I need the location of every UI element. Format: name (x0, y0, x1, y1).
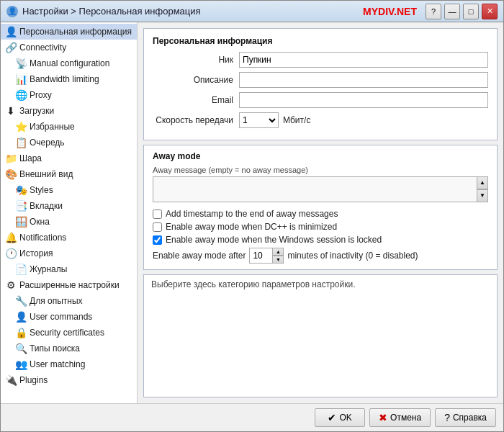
locked-checkbox[interactable] (153, 235, 162, 245)
away-scroll-down[interactable]: ▼ (477, 189, 488, 202)
speed-row: Скорость передачи 1248163264128 Мбит/с (153, 112, 488, 128)
sidebar-item-personal[interactable]: 👤Персональная информация (1, 24, 137, 40)
sidebar-item-styles[interactable]: 🎭Styles (1, 182, 137, 198)
hint-box: Выберите здесь категорию параметров наст… (143, 274, 498, 397)
sidebar-icon-windows: 🪟 (15, 216, 27, 228)
sidebar-icon-proxy: 🌐 (15, 89, 27, 101)
email-row: Email (153, 92, 488, 108)
timestamp-checkbox[interactable] (153, 210, 162, 219)
sidebar-item-search-types[interactable]: 🔍Типы поиска (1, 341, 137, 356)
sidebar-item-tabs[interactable]: 📑Вкладки (1, 198, 137, 214)
inactivity-spin-up[interactable]: ▲ (272, 248, 284, 256)
sidebar-icon-queue: 📋 (15, 137, 27, 148)
sidebar-icon-favorites: ⭐ (15, 121, 27, 132)
desc-input[interactable] (239, 72, 488, 88)
sidebar-icon-expert: 🔧 (15, 295, 27, 307)
minimize-checkbox[interactable] (153, 222, 162, 232)
sidebar-item-user-matching[interactable]: 👥User matching (1, 356, 137, 372)
inactivity-spin-controls: ▲ ▼ (272, 248, 284, 264)
sidebar-icon-logs: 📄 (15, 264, 27, 275)
sidebar-item-share[interactable]: 📁Шара (1, 150, 137, 166)
timestamp-label: Add timestamp to the end of away message… (166, 209, 338, 219)
sidebar-icon-connectivity: 🔗 (5, 42, 17, 53)
maximize-button[interactable]: □ (463, 4, 479, 19)
sidebar-icon-manual-config: 📡 (15, 58, 27, 69)
sidebar-item-connectivity[interactable]: 🔗Connectivity (1, 40, 137, 55)
away-message-input[interactable] (153, 176, 488, 202)
cancel-button[interactable]: ✖ Отмена (369, 408, 431, 427)
title-bar-left: 👤 Настройки > Персональная информация (6, 6, 201, 17)
sidebar-label-styles: Styles (30, 185, 53, 195)
sidebar-icon-history: 🕐 (5, 248, 17, 259)
away-section: Away mode Away message (empty = no away … (143, 145, 498, 270)
bottom-bar: ✔ OK ✖ Отмена ? Справка (1, 403, 503, 431)
sidebar-item-security-certs[interactable]: 🔒Security certificates (1, 325, 137, 341)
ok-button[interactable]: ✔ OK (315, 408, 365, 427)
sidebar-icon-styles: 🎭 (15, 184, 27, 196)
sidebar-item-proxy[interactable]: 🌐Proxy (1, 87, 137, 103)
sidebar-item-expert[interactable]: 🔧Для опытных (1, 293, 137, 309)
sidebar-label-expert: Для опытных (30, 296, 83, 306)
away-scroll-up[interactable]: ▲ (477, 176, 488, 189)
help-dialog-button[interactable]: ? Справка (435, 408, 496, 427)
sidebar-icon-share: 📁 (5, 153, 17, 164)
sidebar-item-notifications[interactable]: 🔔Notifications (1, 230, 137, 246)
sidebar-item-user-commands[interactable]: 👤User commands (1, 309, 137, 325)
sidebar-item-downloads[interactable]: ⬇Загрузки (1, 103, 137, 119)
close-button[interactable]: ✕ (482, 4, 498, 19)
sidebar-item-queue[interactable]: 📋Очередь (1, 135, 137, 150)
sidebar: 👤Персональная информация🔗Connectivity📡Ma… (1, 22, 138, 403)
cancel-label: Отмена (390, 413, 421, 423)
email-input[interactable] (239, 92, 488, 108)
help-label: Справка (453, 413, 487, 423)
sidebar-label-appearance: Внешний вид (19, 169, 73, 179)
sidebar-item-advanced[interactable]: ⚙Расширенные настройки (1, 277, 137, 293)
sidebar-label-connectivity: Connectivity (19, 42, 66, 53)
speed-select[interactable]: 1248163264128 (239, 112, 279, 128)
sidebar-item-manual-config[interactable]: 📡Manual configuration (1, 55, 137, 71)
sidebar-label-bandwidth: Bandwidth limiting (30, 74, 99, 84)
nick-input[interactable] (239, 52, 488, 68)
inactivity-spinbox: ▲ ▼ (249, 248, 284, 264)
hint-text: Выберите здесь категорию параметров наст… (151, 279, 355, 289)
timestamp-row: Add timestamp to the end of away message… (153, 209, 488, 219)
inactivity-row: Enable away mode after ▲ ▼ minutes of in… (153, 248, 488, 264)
away-title: Away mode (153, 151, 488, 161)
minimize-label: Enable away mode when DC++ is minimized (166, 222, 337, 232)
sidebar-label-notifications: Notifications (19, 233, 66, 243)
nick-row: Ник (153, 52, 488, 68)
sidebar-icon-tabs: 📑 (15, 200, 27, 212)
sidebar-icon-plugins: 🔌 (5, 374, 17, 386)
cancel-icon: ✖ (379, 412, 387, 423)
section-title: Персональная информация (153, 36, 488, 46)
locked-row: Enable away mode when the Windows sessio… (153, 235, 488, 245)
minimize-button[interactable]: — (444, 4, 460, 19)
desc-label: Описание (153, 75, 239, 85)
sidebar-icon-search-types: 🔍 (15, 343, 27, 354)
main-window: 👤 Настройки > Персональная информация MY… (0, 0, 504, 432)
sidebar-label-share: Шара (19, 153, 42, 163)
sidebar-icon-security-certs: 🔒 (15, 327, 27, 338)
sidebar-item-windows[interactable]: 🪟Окна (1, 214, 137, 230)
sidebar-item-bandwidth[interactable]: 📊Bandwidth limiting (1, 71, 137, 87)
sidebar-icon-user-matching: 👥 (15, 359, 27, 370)
sidebar-item-history[interactable]: 🕐История (1, 246, 137, 261)
sidebar-icon-personal: 👤 (5, 26, 17, 37)
sidebar-item-appearance[interactable]: 🎨Внешний вид (1, 166, 137, 182)
sidebar-label-proxy: Proxy (30, 90, 52, 100)
help-button[interactable]: ? (426, 4, 441, 19)
sidebar-item-favorites[interactable]: ⭐Избранные (1, 119, 137, 135)
window-icon: 👤 (6, 6, 18, 17)
help-dialog-icon: ? (444, 412, 450, 423)
ok-label: OK (339, 413, 351, 423)
sidebar-item-plugins[interactable]: 🔌Plugins (1, 372, 137, 388)
inactivity-spin-down[interactable]: ▼ (272, 256, 284, 264)
sidebar-label-security-certs: Security certificates (30, 328, 104, 338)
minimize-row: Enable away mode when DC++ is minimized (153, 222, 488, 232)
inactivity-suffix: minutes of inactivity (0 = disabled) (287, 251, 418, 261)
sidebar-item-logs[interactable]: 📄Журналы (1, 261, 137, 277)
sidebar-label-favorites: Избранные (30, 122, 75, 132)
sidebar-label-logs: Журналы (30, 264, 67, 274)
sidebar-icon-bandwidth: 📊 (15, 73, 27, 85)
speed-unit: Мбит/с (283, 115, 310, 125)
